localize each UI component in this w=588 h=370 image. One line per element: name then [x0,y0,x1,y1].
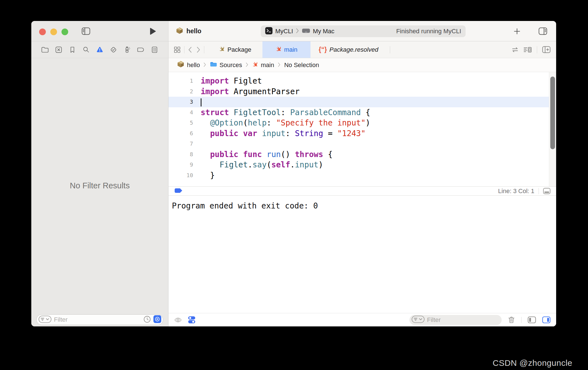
main-area: No Filter Results [31,41,556,326]
project-navigator-icon[interactable] [41,46,49,54]
zoom-window-button[interactable] [61,29,68,35]
divider [204,46,204,53]
scrollbar-track[interactable] [549,72,556,186]
xcode-window: hello MyCLI My Mac Finished running MyCL… [31,21,556,326]
swift-gold-icon [219,46,225,54]
breakpoints-navigator-icon[interactable] [137,46,145,54]
line-number[interactable]: 5 [169,118,193,128]
scrollbar-thumb[interactable] [550,77,555,149]
clear-console-trash-icon[interactable] [508,316,515,324]
code-line[interactable]: 5 @Option(help: "Specify the input") [169,118,549,128]
divider [390,46,390,53]
navigator-filter-bar [31,313,168,326]
related-items-grid-icon[interactable] [174,46,181,53]
toolbar: hello MyCLI My Mac Finished running MyCL… [31,21,556,41]
variables-view-toggles-icon[interactable] [188,316,195,324]
breadcrumb-label: main [261,61,274,69]
line-number[interactable]: 1 [169,76,193,86]
code-text: @Option(help: "Specify the input") [193,118,370,128]
go-back-icon[interactable] [188,46,192,53]
line-number[interactable]: 8 [169,149,193,160]
breadcrumb-item-sources[interactable]: Sources [210,61,242,69]
tab-Package.resolved[interactable]: {“}Package.resolved [310,41,387,58]
desktop-background: hello MyCLI My Mac Finished running MyCL… [0,0,588,370]
terminal-icon [265,27,272,35]
code-line[interactable]: 4struct FigletTool: ParsableCommand { [169,107,549,118]
run-destination[interactable]: My Mac [313,28,335,35]
add-editor-split-icon[interactable] [542,46,551,53]
line-number[interactable]: 9 [169,160,193,170]
code-line[interactable]: 1import Figlet [169,76,549,86]
show-variables-panel-icon[interactable] [528,316,536,323]
package-icon [176,27,183,35]
code-line[interactable]: 3 [169,97,549,107]
navigator-filter-field[interactable] [36,314,163,325]
breadcrumb: helloSourcesmainNo Selection [169,58,556,72]
line-number[interactable]: 3 [169,97,193,107]
code-line[interactable]: 10 } [169,170,549,181]
toolbar-right: hello MyCLI My Mac Finished running MyCL… [169,21,556,41]
filter-funnel-icon[interactable] [39,316,51,324]
line-number[interactable]: 2 [169,86,193,97]
breadcrumb-item-hello[interactable]: hello [177,60,200,70]
source-control-navigator-icon[interactable] [55,46,63,54]
code-text [193,139,201,149]
minimize-window-button[interactable] [50,29,57,35]
view-output-eye-icon[interactable] [174,317,182,323]
chevron-right-separator-icon [296,28,299,35]
swift-orange-icon [252,61,258,69]
close-window-button[interactable] [39,29,46,35]
debug-navigator-icon[interactable] [123,46,131,54]
code-line[interactable]: 8 public func run() throws { [169,149,549,160]
debug-bar [169,313,556,326]
tab-Package[interactable]: Package [208,41,262,58]
scheme-selector[interactable]: MyCLI My Mac Finished running MyCLI [261,25,466,37]
code-line[interactable]: 6 public var input: String = "1243" [169,128,549,139]
breadcrumb-separator-icon [278,61,281,69]
breakpoint-icon[interactable] [174,188,183,195]
text-cursor [201,98,201,106]
divider [184,46,184,53]
source-editor[interactable]: 1import Figlet2import ArgumentParser34st… [169,72,556,186]
swap-editor-icon[interactable] [511,46,519,53]
breadcrumb-item-main[interactable]: main [252,61,274,69]
bookmarks-navigator-icon[interactable] [68,46,76,54]
navigator-filter-input[interactable] [54,316,141,323]
breadcrumb-item-no-selection[interactable]: No Selection [284,61,319,69]
issues-navigator-icon[interactable] [96,46,104,54]
editor-area: Packagemain{“}Package.resolved helloSour… [169,41,556,326]
line-number[interactable]: 10 [169,170,193,181]
hide-debug-area-icon[interactable] [543,188,551,194]
breadcrumb-label: Sources [219,61,242,69]
reports-navigator-icon[interactable] [151,46,158,54]
code-line[interactable]: 9 Figlet.say(self.input) [169,160,549,170]
tab-main[interactable]: main [262,41,310,58]
editor-options-minimap-icon[interactable] [523,46,532,53]
toggle-sidebar-icon[interactable] [82,21,90,41]
code-line[interactable]: 7 [169,139,549,149]
go-forward-icon[interactable] [196,46,201,53]
run-button[interactable] [149,21,157,41]
line-number[interactable]: 4 [169,107,193,118]
add-tab-button[interactable] [513,21,521,41]
toggle-inspector-icon[interactable] [539,21,547,41]
recent-files-clock-icon[interactable] [143,316,151,324]
tab-bar-actions [511,46,556,53]
breadcrumb-separator-icon [203,61,206,69]
navigator-tab-bar [31,41,168,58]
scheme-name[interactable]: MyCLI [275,28,293,35]
editor-tab-bar: Packagemain{“}Package.resolved [169,41,556,58]
breadcrumb-label: No Selection [284,61,319,69]
show-console-panel-icon[interactable] [542,316,551,323]
console-filter-field[interactable] [409,315,502,325]
find-navigator-icon[interactable] [82,46,90,54]
filter-funnel-icon[interactable] [412,316,425,324]
line-number[interactable]: 6 [169,128,193,139]
project-title: hello [186,27,201,35]
navigator-sidebar: No Filter Results [31,41,169,326]
line-number[interactable]: 7 [169,139,193,149]
filter-errors-only-icon[interactable] [153,315,161,324]
tests-navigator-icon[interactable] [110,46,117,54]
code-line[interactable]: 2import ArgumentParser [169,86,549,97]
console-filter-input[interactable] [427,316,499,324]
